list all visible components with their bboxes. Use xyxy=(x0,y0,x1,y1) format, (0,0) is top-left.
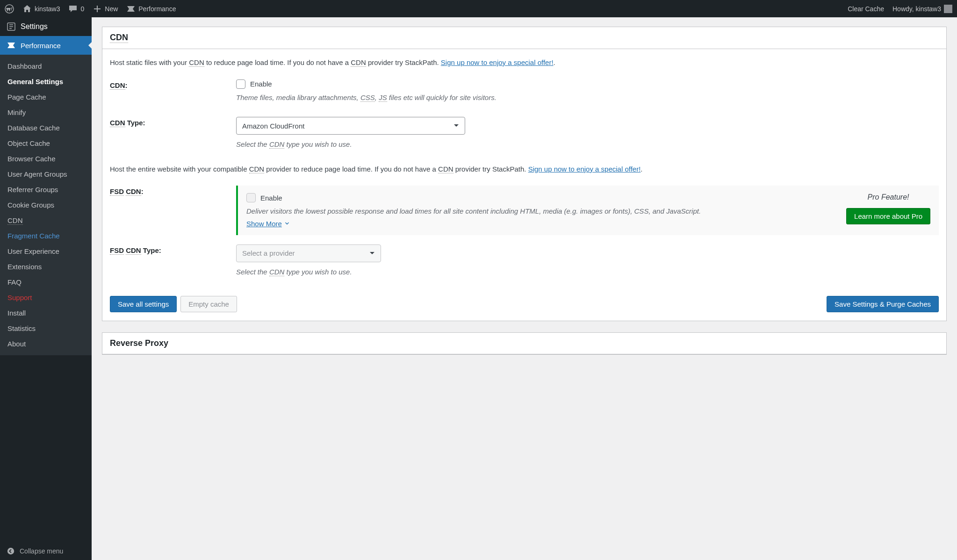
performance-link[interactable]: Performance xyxy=(126,4,176,14)
save-purge-button[interactable]: Save Settings & Purge Caches xyxy=(827,296,939,312)
collapse-menu[interactable]: Collapse menu xyxy=(0,542,92,560)
admin-sidebar: Settings Performance Dashboard General S… xyxy=(0,17,92,560)
submenu-fragment-cache[interactable]: Fragment Cache xyxy=(0,228,92,244)
cdn-enable-checkbox[interactable] xyxy=(236,79,245,89)
sidebar-performance[interactable]: Performance xyxy=(0,36,92,55)
submenu-referrer-groups[interactable]: Referrer Groups xyxy=(0,182,92,197)
comments-link[interactable]: 0 xyxy=(68,4,84,14)
submenu-about[interactable]: About xyxy=(0,336,92,352)
fsd-intro: Host the entire website with your compat… xyxy=(110,164,939,175)
settings-icon xyxy=(7,22,16,31)
submenu-object-cache[interactable]: Object Cache xyxy=(0,136,92,151)
fsd-type-label: FSD CDN Type: xyxy=(110,244,236,254)
submenu-general-settings[interactable]: General Settings xyxy=(0,74,92,89)
fsd-type-select: Select a provider xyxy=(236,244,381,262)
submenu-extensions[interactable]: Extensions xyxy=(0,259,92,274)
svg-point-2 xyxy=(7,548,14,554)
pro-feature-label: Pro Feature! xyxy=(846,193,930,201)
home-icon xyxy=(22,4,32,14)
submenu-database-cache[interactable]: Database Cache xyxy=(0,120,92,136)
pro-feature-box: Enable Deliver visitors the lowest possi… xyxy=(236,186,939,235)
clear-cache-link[interactable]: Clear Cache xyxy=(848,5,884,13)
submenu-cookie-groups[interactable]: Cookie Groups xyxy=(0,197,92,213)
signup-link-2[interactable]: Sign up now to enjoy a special offer! xyxy=(528,165,641,173)
submenu-browser-cache[interactable]: Browser Cache xyxy=(0,151,92,166)
avatar xyxy=(944,5,952,13)
wordpress-icon xyxy=(5,4,14,14)
fsd-enable-checkbox xyxy=(246,193,256,202)
submenu-statistics[interactable]: Statistics xyxy=(0,321,92,336)
comment-icon xyxy=(68,4,78,14)
fsd-help: Deliver visitors the lowest possible res… xyxy=(246,206,837,217)
submenu-support[interactable]: Support xyxy=(0,290,92,305)
performance-label: Performance xyxy=(138,5,176,13)
reverse-proxy-title: Reverse Proxy xyxy=(110,338,168,348)
show-more-link[interactable]: Show More xyxy=(246,220,290,228)
cdn-type-label: CDN Type: xyxy=(110,117,236,127)
site-name: kinstaw3 xyxy=(35,5,60,13)
submenu-user-experience[interactable]: User Experience xyxy=(0,244,92,259)
chevron-down-icon xyxy=(284,220,290,227)
submenu-minify[interactable]: Minify xyxy=(0,105,92,120)
submenu-dashboard[interactable]: Dashboard xyxy=(0,58,92,74)
cdn-title: CDN xyxy=(110,33,128,43)
cdn-panel: CDN Host static files with your CDN to r… xyxy=(102,27,947,321)
admin-toolbar: kinstaw3 0 New Performance Clear Cache H… xyxy=(0,0,957,17)
collapse-icon xyxy=(7,547,15,555)
submenu-page-cache[interactable]: Page Cache xyxy=(0,89,92,105)
reverse-proxy-panel: Reverse Proxy xyxy=(102,332,947,355)
performance-icon xyxy=(126,4,136,14)
cdn-type-help: Select the CDN type you wish to use. xyxy=(236,139,939,150)
submenu-faq[interactable]: FAQ xyxy=(0,274,92,290)
reverse-proxy-header: Reverse Proxy xyxy=(102,333,946,354)
submenu-install[interactable]: Install xyxy=(0,305,92,321)
submenu-user-agent-groups[interactable]: User Agent Groups xyxy=(0,166,92,182)
site-name-link[interactable]: kinstaw3 xyxy=(22,4,60,14)
new-label: New xyxy=(105,5,118,13)
fsd-enable-text: Enable xyxy=(260,194,282,202)
cdn-enable-label: CDN: xyxy=(110,79,236,89)
fsd-type-help: Select the CDN type you wish to use. xyxy=(236,267,939,278)
howdy-link[interactable]: Howdy, kinstaw3 xyxy=(892,5,952,13)
empty-cache-button[interactable]: Empty cache xyxy=(180,296,237,312)
signup-link-1[interactable]: Sign up now to enjoy a special offer! xyxy=(441,58,554,66)
comments-count: 0 xyxy=(80,5,84,13)
learn-pro-button[interactable]: Learn more about Pro xyxy=(846,208,930,224)
save-all-button[interactable]: Save all settings xyxy=(110,296,177,312)
cdn-panel-header: CDN xyxy=(102,27,946,49)
submenu-cdn[interactable]: CDN xyxy=(0,213,92,228)
cdn-intro: Host static files with your CDN to reduc… xyxy=(110,57,939,68)
wp-logo[interactable] xyxy=(5,4,14,14)
fsd-cdn-label: FSD CDN: xyxy=(110,186,236,195)
cdn-enable-text: Enable xyxy=(250,80,272,88)
cdn-enable-help: Theme files, media library attachments, … xyxy=(236,93,939,103)
cdn-type-select[interactable]: Amazon CloudFront xyxy=(236,117,465,135)
sidebar-settings[interactable]: Settings xyxy=(0,17,92,36)
plus-icon xyxy=(93,4,102,14)
new-link[interactable]: New xyxy=(93,4,118,14)
performance-menu-icon xyxy=(7,41,16,50)
